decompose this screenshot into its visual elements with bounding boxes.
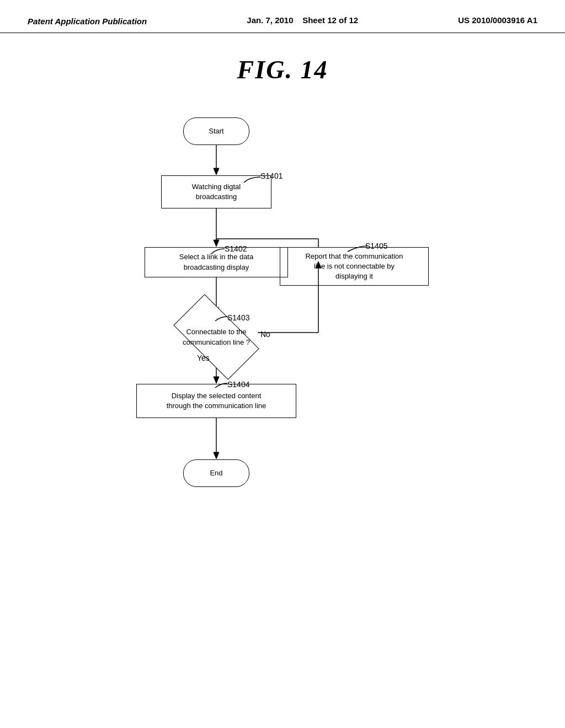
start-node: Start — [183, 117, 249, 145]
figure-title: FIG. 14 — [237, 55, 328, 84]
publication-title: Patent Application Publication — [28, 15, 147, 27]
yes-label: Yes — [197, 354, 210, 362]
end-node: End — [183, 459, 249, 487]
s1404-box: Display the selected content through the… — [136, 384, 296, 418]
main-content: FIG. 14 — [0, 33, 565, 559]
svg-marker-9 — [214, 452, 219, 459]
svg-marker-1 — [214, 168, 219, 175]
patent-number: US 2010/0003916 A1 — [458, 15, 537, 25]
s1403-text: Connectable to the communication line ? — [183, 326, 250, 348]
page-header: Patent Application Publication Jan. 7, 2… — [0, 0, 565, 33]
s1405-box: Report that the communication line is no… — [280, 247, 429, 286]
s1403-curve — [215, 313, 232, 322]
flowchart: Start S1401 Watching digtal broadcasting… — [89, 106, 476, 559]
no-label: No — [260, 330, 270, 339]
s1402-box: Select a link in the data broadcasting d… — [145, 247, 288, 277]
s1401-box: Watching digtal broadcasting — [161, 175, 271, 208]
header-date-sheet: Jan. 7, 2010 Sheet 12 of 12 — [247, 15, 358, 25]
